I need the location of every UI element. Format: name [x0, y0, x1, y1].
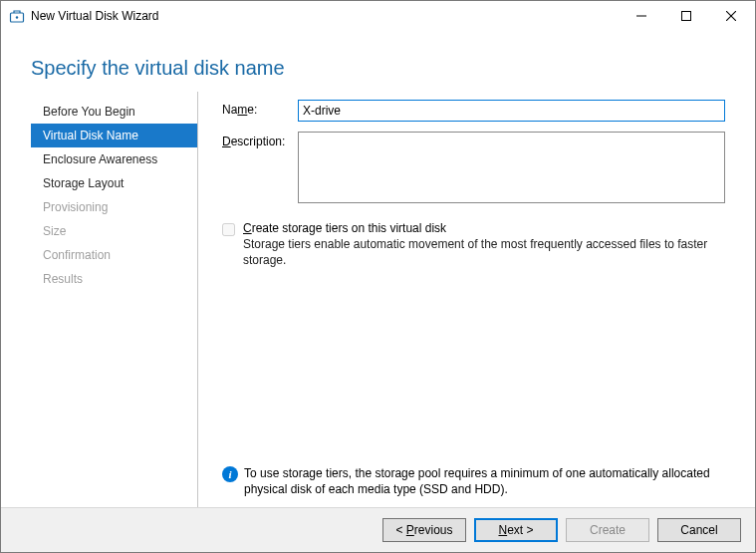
close-button[interactable]	[708, 2, 753, 31]
window-title: New Virtual Disk Wizard	[31, 9, 619, 23]
description-label: Description:	[222, 132, 298, 148]
step-results: Results	[31, 267, 197, 291]
minimize-button[interactable]	[619, 2, 663, 31]
maximize-button[interactable]	[663, 2, 708, 31]
app-icon	[9, 8, 25, 24]
step-virtual-disk-name[interactable]: Virtual Disk Name	[31, 124, 197, 147]
info-text: To use storage tiers, the storage pool r…	[244, 465, 725, 497]
page-title: Specify the virtual disk name	[31, 57, 725, 80]
step-list: Before You Begin Virtual Disk Name Enclo…	[31, 92, 198, 507]
description-row: Description:	[222, 132, 725, 203]
name-input[interactable]	[298, 100, 725, 122]
titlebar: New Virtual Disk Wizard	[1, 1, 755, 31]
storage-tiers-checkbox[interactable]	[222, 223, 235, 236]
storage-tiers-desc: Storage tiers enable automatic movement …	[243, 236, 725, 268]
cancel-button[interactable]: Cancel	[657, 518, 741, 542]
name-label: Name:	[222, 100, 298, 117]
step-storage-layout[interactable]: Storage Layout	[31, 171, 197, 195]
info-icon: i	[222, 466, 238, 482]
svg-point-1	[16, 16, 18, 18]
storage-tiers-row: Create storage tiers on this virtual dis…	[222, 221, 725, 268]
wizard-body: Before You Begin Virtual Disk Name Enclo…	[1, 92, 755, 507]
previous-button[interactable]: < Previous	[382, 518, 466, 542]
create-button: Create	[566, 518, 649, 542]
storage-tiers-label: Create storage tiers on this virtual dis…	[243, 221, 725, 235]
wizard-header: Specify the virtual disk name	[1, 31, 755, 92]
step-before-you-begin[interactable]: Before You Begin	[31, 100, 197, 124]
step-enclosure-awareness[interactable]: Enclosure Awareness	[31, 147, 197, 171]
wizard-footer: < Previous Next > Create Cancel	[1, 507, 755, 552]
name-row: Name:	[222, 100, 725, 122]
svg-rect-3	[681, 12, 690, 21]
info-row: i To use storage tiers, the storage pool…	[222, 459, 725, 507]
description-input[interactable]	[298, 132, 725, 203]
storage-tiers-text: Create storage tiers on this virtual dis…	[243, 221, 725, 268]
next-button[interactable]: Next >	[474, 518, 558, 542]
wizard-content: Name: Description: Create storage tiers …	[198, 92, 725, 507]
step-size: Size	[31, 219, 197, 243]
step-provisioning: Provisioning	[31, 195, 197, 219]
step-confirmation: Confirmation	[31, 243, 197, 267]
